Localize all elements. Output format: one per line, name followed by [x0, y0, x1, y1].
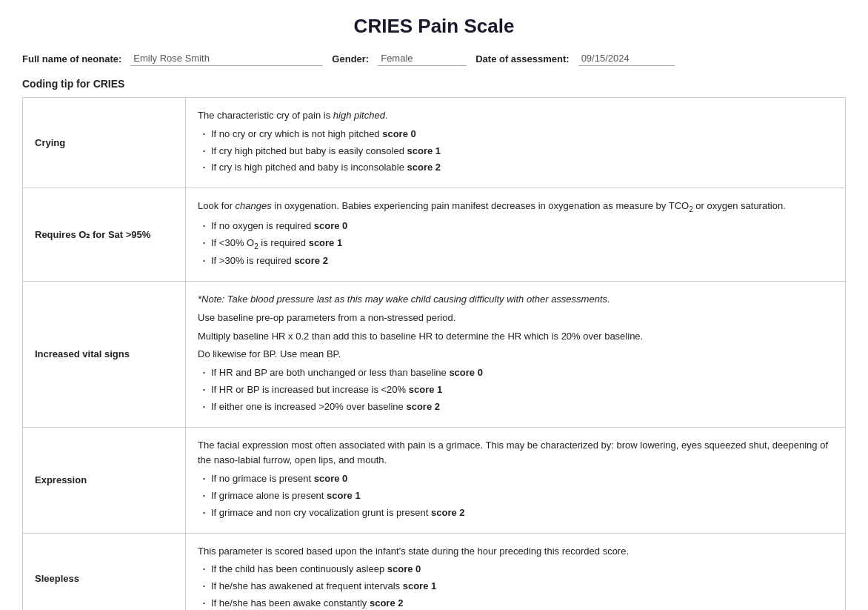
row-label-sleepless: Sleepless [23, 533, 186, 610]
score-item: If cry high pitched but baby is easily c… [198, 144, 833, 159]
score-item: If no oxygen is required score 0 [198, 219, 833, 234]
table-row-crying: CryingThe characteristic cry of pain is … [23, 98, 846, 188]
score-item: If >30% is required score 2 [198, 253, 833, 269]
row-content-vital-signs: *Note: Take blood pressure last as this … [186, 281, 846, 427]
score-item: If cry is high pitched and baby is incon… [198, 160, 833, 176]
score-list: If no cry or cry which is not high pitch… [198, 127, 833, 176]
date-input[interactable] [578, 51, 675, 66]
table-row-requires-o2: Requires O₂ for Sat >95%Look for changes… [23, 188, 846, 282]
row-label-crying: Crying [23, 98, 186, 188]
row-intro: Look for changes in oxygenation. Babies … [198, 199, 833, 216]
score-list: If HR and BP are both unchanged or less … [198, 365, 833, 414]
score-item: If he/she has been awake constantly scor… [198, 596, 833, 610]
date-label: Date of assessment: [475, 53, 569, 64]
row-intro: The facial expression most often associa… [198, 438, 833, 469]
score-item: If he/she has awakened at frequent inter… [198, 579, 833, 594]
name-label: Full name of neonate: [22, 53, 121, 64]
row-label-expression: Expression [23, 427, 186, 533]
section-title: Coding tip for CRIES [22, 78, 846, 90]
row-content-expression: The facial expression most often associa… [186, 427, 846, 533]
score-list: If the child has been continuously aslee… [198, 562, 833, 610]
score-item: If the child has been continuously aslee… [198, 562, 833, 577]
score-item: If HR or BP is increased but increase is… [198, 382, 833, 398]
score-item: If grimace and non cry vocalization grun… [198, 505, 833, 521]
row-intro: The characteristic cry of pain is high p… [198, 108, 833, 124]
score-item: If grimace alone is present score 1 [198, 488, 833, 504]
score-item: If no cry or cry which is not high pitch… [198, 127, 833, 142]
row-note: *Note: Take blood pressure last as this … [198, 292, 833, 308]
row-content-crying: The characteristic cry of pain is high p… [186, 98, 846, 188]
score-item: If no grimace is present score 0 [198, 471, 833, 487]
gender-label: Gender: [332, 53, 369, 64]
row-label-vital-signs: Increased vital signs [23, 281, 186, 427]
row-content-sleepless: This parameter is scored based upon the … [186, 533, 846, 610]
score-list: If no grimace is present score 0If grima… [198, 471, 833, 520]
table-row-expression: ExpressionThe facial expression most oft… [23, 427, 846, 533]
score-item: If <30% O2 is required score 1 [198, 236, 833, 253]
row-intro: This parameter is scored based upon the … [198, 544, 833, 560]
gender-input[interactable] [378, 51, 467, 66]
table-row-sleepless: SleeplessThis parameter is scored based … [23, 533, 846, 610]
page-title: CRIES Pain Scale [22, 15, 846, 38]
table-row-vital-signs: Increased vital signs*Note: Take blood p… [23, 281, 846, 427]
patient-info: Full name of neonate: Gender: Date of as… [22, 51, 846, 66]
name-input[interactable] [130, 51, 323, 66]
row-label-requires-o2: Requires O₂ for Sat >95% [23, 188, 186, 282]
score-item: If either one is increased >20% over bas… [198, 400, 833, 415]
cries-table: CryingThe characteristic cry of pain is … [22, 97, 846, 610]
row-content-requires-o2: Look for changes in oxygenation. Babies … [186, 188, 846, 282]
score-list: If no oxygen is required score 0If <30% … [198, 219, 833, 269]
score-item: If HR and BP are both unchanged or less … [198, 365, 833, 381]
